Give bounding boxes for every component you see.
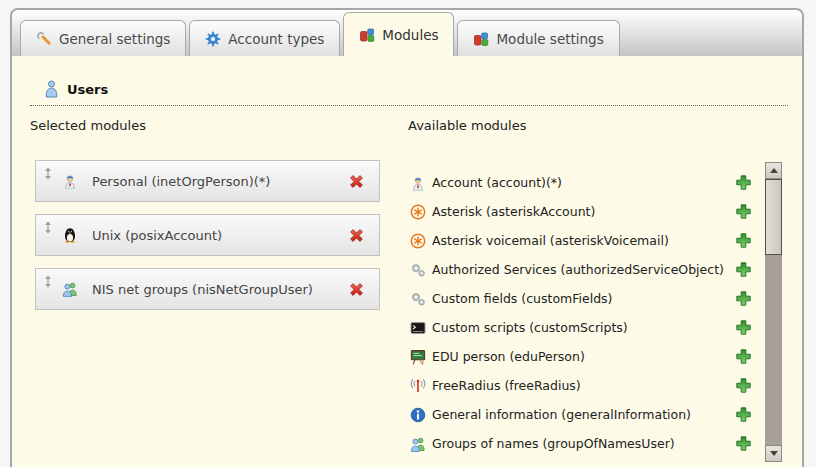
gears-icon: [410, 262, 426, 278]
gears-icon: [410, 291, 426, 307]
available-module-row: Groups of names (groupOfNamesUser): [410, 429, 756, 458]
modules-icon: [473, 31, 489, 47]
available-module-row: Custom fields (customFields): [410, 284, 756, 313]
user-icon: [44, 80, 59, 98]
module-label: Asterisk (asteriskAccount): [432, 204, 595, 219]
tab-label: Module settings: [496, 31, 603, 47]
remove-module-button[interactable]: [348, 281, 365, 298]
arrow-up-icon: [770, 168, 778, 173]
add-module-button[interactable]: [735, 203, 752, 220]
module-label: EDU person (eduPerson): [432, 349, 585, 364]
module-label: Asterisk voicemail (asteriskVoicemail): [432, 233, 669, 248]
available-modules-heading: Available modules: [408, 118, 526, 133]
available-module-row: FreeRadius (freeRadius): [410, 371, 756, 400]
drag-handle-icon[interactable]: [44, 275, 52, 288]
modules-icon: [359, 27, 375, 43]
selected-module-row[interactable]: Unix (posixAccount): [35, 214, 380, 256]
selected-module-row[interactable]: NIS net groups (nisNetGroupUser): [35, 268, 380, 310]
wrench-icon: [36, 31, 52, 47]
available-module-row: Asterisk (asteriskAccount): [410, 197, 756, 226]
scroll-down-button[interactable]: [765, 445, 782, 462]
module-label: NIS net groups (nisNetGroupUser): [92, 282, 313, 297]
available-module-row: Custom scripts (customScripts): [410, 313, 756, 342]
person-icon: [62, 173, 78, 189]
add-module-button[interactable]: [735, 232, 752, 249]
chalkboard-icon: [410, 349, 426, 365]
selected-modules-heading: Selected modules: [30, 118, 146, 133]
available-module-row: Authorized Services (authorizedServiceOb…: [410, 255, 756, 284]
scrollbar-thumb[interactable]: [765, 179, 782, 255]
gear-icon: [205, 31, 221, 47]
selected-module-row[interactable]: Personal (inetOrgPerson)(*): [35, 160, 380, 202]
remove-module-button[interactable]: [348, 227, 365, 244]
module-label: General information (generalInformation): [432, 407, 691, 422]
module-label: Account (account)(*): [432, 175, 562, 190]
tab-account-types[interactable]: Account types: [189, 20, 340, 56]
available-modules-scrollbar[interactable]: [765, 162, 782, 462]
available-module-row: General information (generalInformation): [410, 400, 756, 429]
add-module-button[interactable]: [735, 348, 752, 365]
drag-handle-icon[interactable]: [44, 167, 52, 180]
settings-panel: General settingsAccount typesModulesModu…: [10, 8, 804, 467]
module-label: FreeRadius (freeRadius): [432, 378, 581, 393]
add-module-button[interactable]: [735, 261, 752, 278]
terminal-icon: [410, 320, 426, 336]
available-module-row: Asterisk voicemail (asteriskVoicemail): [410, 226, 756, 255]
add-module-button[interactable]: [735, 435, 752, 452]
tab-label: General settings: [59, 31, 170, 47]
remove-module-button[interactable]: [348, 173, 365, 190]
add-module-button[interactable]: [735, 174, 752, 191]
add-module-button[interactable]: [735, 377, 752, 394]
module-label: Custom scripts (customScripts): [432, 320, 628, 335]
tab-label: Modules: [382, 27, 438, 43]
add-module-button[interactable]: [735, 406, 752, 423]
group-icon: [410, 436, 426, 452]
available-module-row: Account (account)(*): [410, 168, 756, 197]
section-header: Users: [30, 80, 788, 106]
selected-modules-list: Personal (inetOrgPerson)(*)Unix (posixAc…: [35, 160, 380, 310]
person-icon: [410, 175, 426, 191]
tab-label: Account types: [228, 31, 324, 47]
drag-handle-icon[interactable]: [44, 221, 52, 234]
module-label: Personal (inetOrgPerson)(*): [92, 174, 270, 189]
tab-bar: General settingsAccount typesModulesModu…: [12, 10, 802, 56]
add-module-button[interactable]: [735, 319, 752, 336]
arrow-down-icon: [770, 451, 778, 456]
tux-icon: [62, 227, 78, 243]
module-label: Custom fields (customFields): [432, 291, 612, 306]
modules-tab-content: Users Selected modules Available modules…: [12, 56, 802, 467]
available-modules-list: Account (account)(*)Asterisk (asteriskAc…: [410, 168, 756, 458]
tab-general-settings[interactable]: General settings: [20, 20, 186, 56]
asterisk-icon: [410, 233, 426, 249]
module-label: Unix (posixAccount): [92, 228, 222, 243]
tab-module-settings[interactable]: Module settings: [457, 20, 619, 56]
module-label: Groups of names (groupOfNamesUser): [432, 436, 675, 451]
antenna-icon: [410, 378, 426, 394]
scroll-up-button[interactable]: [765, 162, 782, 179]
section-title: Users: [67, 82, 108, 97]
asterisk-icon: [410, 204, 426, 220]
info-icon: [410, 407, 426, 423]
available-module-row: EDU person (eduPerson): [410, 342, 756, 371]
add-module-button[interactable]: [735, 290, 752, 307]
group-icon: [62, 281, 78, 297]
module-label: Authorized Services (authorizedServiceOb…: [432, 262, 724, 277]
tab-modules[interactable]: Modules: [343, 12, 454, 56]
